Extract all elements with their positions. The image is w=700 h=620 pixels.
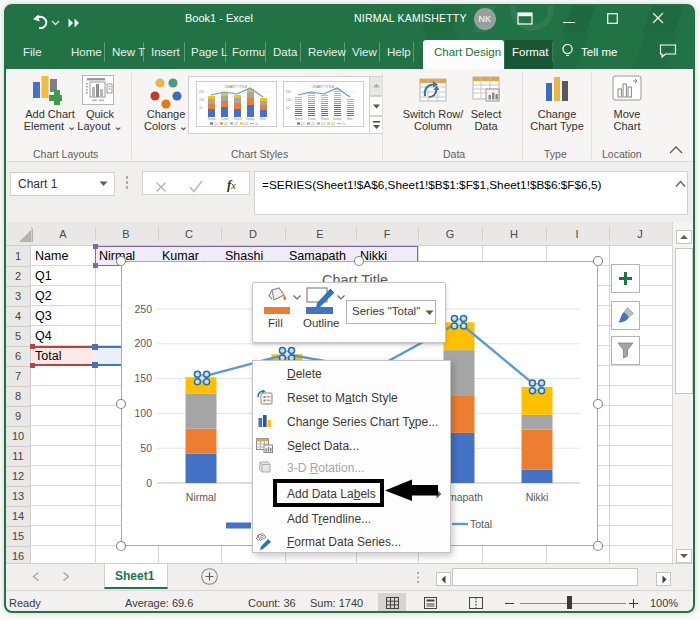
svg-text:Shashi: Shashi: [321, 117, 329, 121]
svg-text:Q4: Q4: [244, 122, 248, 126]
svg-text:Q1: Q1: [301, 122, 305, 126]
svg-text:Nirmal: Nirmal: [295, 117, 303, 121]
svg-text:To: To: [255, 122, 258, 126]
svg-text:150: 150: [286, 98, 291, 102]
svg-text:Q2: Q2: [224, 122, 228, 126]
svg-text:50: 50: [286, 106, 290, 110]
svg-text:To: To: [342, 122, 345, 126]
svg-text:P: P: [260, 534, 264, 540]
svg-text:Q4: Q4: [331, 122, 335, 126]
svg-text:Nikki: Nikki: [347, 117, 353, 121]
svg-text:250: 250: [286, 90, 291, 94]
svg-text:Nirmal: Nirmal: [208, 117, 216, 121]
svg-text:Nikki: Nikki: [260, 117, 266, 121]
svg-text:CHART TITLE: CHART TITLE: [312, 85, 336, 89]
svg-text:CHART TITLE: CHART TITLE: [225, 85, 249, 89]
svg-text:Samap.: Samap.: [246, 117, 255, 121]
svg-text:Q2: Q2: [311, 122, 315, 126]
svg-text:Samap.: Samap.: [333, 117, 342, 121]
svg-text:Kumar: Kumar: [308, 117, 316, 121]
svg-text:Q1: Q1: [214, 122, 218, 126]
svg-text:Q3: Q3: [321, 122, 325, 126]
svg-text:Shashi: Shashi: [234, 117, 242, 121]
svg-text:50: 50: [199, 106, 203, 110]
svg-text:Q3: Q3: [234, 122, 238, 126]
svg-text:Kumar: Kumar: [221, 117, 229, 121]
svg-text:150: 150: [199, 98, 204, 102]
svg-text:250: 250: [199, 90, 204, 94]
